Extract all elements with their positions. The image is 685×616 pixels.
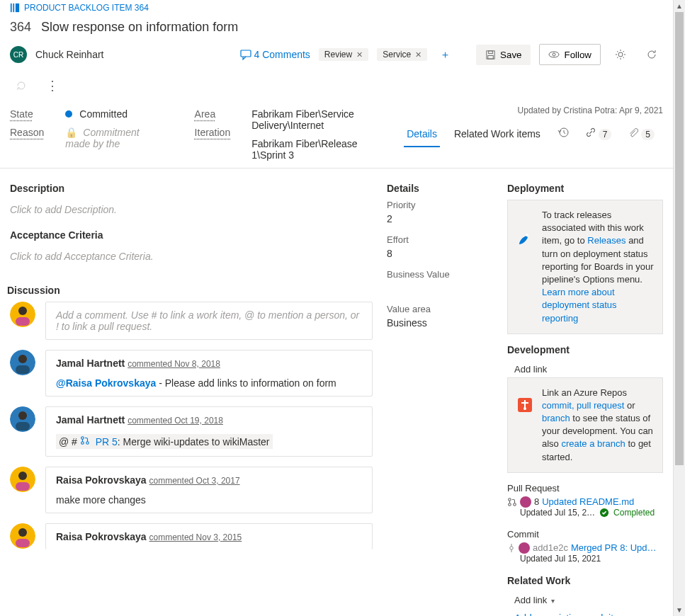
mention-link[interactable]: @Raisa Pokrovskaya: [56, 377, 156, 389]
acceptance-field[interactable]: Click to add Acceptance Criteria.: [10, 246, 373, 270]
acceptance-heading: Acceptance Criteria: [10, 229, 373, 241]
work-item-title[interactable]: Slow response on information form: [41, 20, 238, 35]
value-area-value[interactable]: Business: [387, 314, 493, 333]
tab-history[interactable]: [549, 120, 577, 147]
branch-link[interactable]: branch: [542, 413, 570, 423]
comment-author[interactable]: Raisa Pokrovskaya: [56, 531, 147, 542]
pr-link[interactable]: Updated README.md: [542, 496, 634, 507]
scrollbar[interactable]: ▲ ▼: [673, 0, 685, 616]
svg-rect-25: [16, 482, 30, 491]
svg-point-21: [81, 442, 84, 445]
commit-hash: add1e2c: [533, 542, 568, 553]
area-label: Area: [195, 108, 231, 120]
settings-button[interactable]: [609, 43, 632, 66]
description-field[interactable]: Click to add Description.: [10, 200, 373, 224]
tab-related[interactable]: Related Work items: [446, 121, 549, 147]
svg-point-8: [553, 53, 555, 56]
breadcrumb[interactable]: PRODUCT BACKLOG ITEM 364: [0, 0, 673, 16]
releases-link[interactable]: Releases: [587, 235, 625, 246]
comment-item: Jamal Hartnett commented Nov 8, 2018 @Ra…: [10, 350, 373, 397]
create-branch-link[interactable]: create a branch: [561, 438, 625, 449]
effort-value[interactable]: 8: [387, 245, 493, 263]
refresh-icon: [646, 49, 657, 60]
svg-point-31: [523, 401, 526, 404]
undo-button[interactable]: [10, 74, 33, 97]
assignee-avatar[interactable]: CR: [10, 46, 27, 63]
pull-request-heading: Pull Request: [507, 483, 663, 494]
add-tag-button[interactable]: ＋: [436, 47, 455, 63]
save-button[interactable]: Save: [476, 45, 531, 65]
svg-rect-1: [13, 4, 14, 12]
commit-icon: [507, 544, 516, 552]
comment-author[interactable]: Jamal Hartnett: [56, 414, 125, 426]
description-heading: Description: [10, 183, 373, 194]
avatar-icon: [10, 523, 35, 549]
history-icon: [557, 127, 569, 138]
updated-text: Updated by Cristina Potra: Apr 9, 2021: [508, 101, 673, 120]
tag-review[interactable]: Review✕: [319, 48, 368, 61]
chevron-down-icon: ▾: [551, 597, 555, 605]
check-icon: [599, 508, 609, 518]
effort-label: Effort: [387, 234, 493, 245]
save-icon: [485, 50, 496, 60]
comment-author[interactable]: Raisa Pokrovskaya: [56, 474, 147, 486]
business-value-value[interactable]: [387, 280, 493, 298]
priority-label: Priority: [387, 200, 493, 210]
add-parent-link[interactable]: Add an existing work item as a parent: [514, 612, 649, 616]
refresh-button[interactable]: [640, 43, 663, 66]
state-label: State: [10, 108, 44, 120]
more-button[interactable]: ⋮: [41, 74, 64, 97]
svg-point-35: [514, 503, 516, 506]
tab-details[interactable]: Details: [398, 121, 446, 147]
add-link-button[interactable]: Add link▾: [507, 592, 663, 608]
learn-more-link[interactable]: Learn more about deployment status repor…: [542, 287, 617, 323]
svg-point-32: [523, 407, 526, 410]
pr-status: Completed: [613, 508, 655, 518]
value-area-label: Value area: [387, 304, 493, 314]
details-heading: Details: [387, 183, 493, 194]
tab-attachments[interactable]: 5: [620, 120, 663, 147]
svg-rect-16: [16, 365, 30, 374]
tag-remove-icon[interactable]: ✕: [415, 50, 421, 59]
reason-field[interactable]: 🔒Commitment made by the: [65, 127, 159, 149]
undo-icon: [16, 80, 27, 91]
pr-link[interactable]: PR 5: [96, 436, 118, 447]
related-work-heading: Related Work: [507, 575, 663, 586]
tab-links[interactable]: 7: [577, 120, 621, 147]
commit-link[interactable]: Merged PR 8: Upd…: [571, 542, 657, 553]
scroll-up-button[interactable]: ▲: [674, 0, 685, 12]
comment-icon: [240, 49, 251, 60]
gear-icon: [615, 49, 626, 60]
comment-body: make more changes: [56, 494, 362, 506]
svg-point-7: [549, 52, 559, 57]
commit-pr-link[interactable]: commit, pull request: [542, 400, 624, 411]
backlog-icon: [10, 3, 20, 13]
comment-date[interactable]: commented Nov 8, 2018: [128, 359, 220, 369]
svg-rect-28: [16, 539, 30, 547]
svg-point-22: [86, 442, 89, 445]
comments-link[interactable]: 4 Comments: [240, 49, 310, 60]
comment-date[interactable]: commented Oct 3, 2017: [149, 476, 240, 486]
svg-rect-5: [489, 50, 493, 53]
priority-value[interactable]: 2: [387, 210, 493, 229]
scroll-thumb[interactable]: [675, 12, 684, 465]
iteration-field[interactable]: Fabrikam Fiber\Release 1\Sprint 3: [251, 138, 378, 161]
tag-service[interactable]: Service✕: [377, 48, 427, 61]
attachment-icon: [628, 127, 638, 137]
avatar-icon: [520, 496, 531, 508]
scroll-down-button[interactable]: ▼: [674, 604, 685, 616]
svg-point-27: [18, 528, 27, 537]
comment-author[interactable]: Jamal Hartnett: [56, 358, 125, 369]
avatar-icon: [10, 302, 35, 327]
assignee-name[interactable]: Chuck Reinhart: [35, 49, 104, 60]
comment-input[interactable]: Add a comment. Use # to link a work item…: [45, 302, 373, 340]
svg-point-15: [18, 355, 27, 363]
follow-button[interactable]: Follow: [539, 44, 601, 65]
svg-rect-19: [16, 422, 30, 430]
comment-date[interactable]: commented Nov 3, 2015: [149, 532, 242, 542]
state-field[interactable]: Committed: [65, 108, 159, 120]
area-field[interactable]: Fabrikam Fiber\Service Delivery\Internet: [251, 108, 378, 131]
tag-remove-icon[interactable]: ✕: [356, 50, 363, 59]
comment-date[interactable]: commented Oct 19, 2018: [128, 416, 223, 426]
add-link-button[interactable]: Add link: [507, 361, 663, 377]
